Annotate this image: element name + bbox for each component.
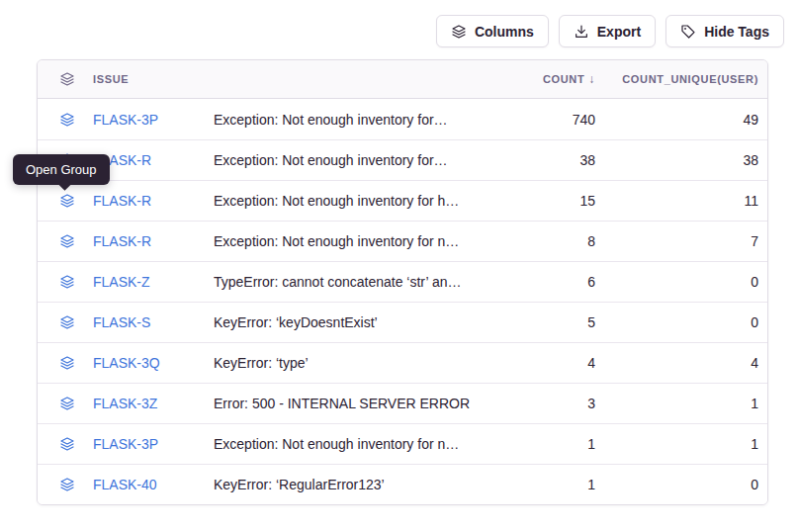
table-row[interactable]: FLASK-Z TypeError: cannot concatenate ‘s… — [38, 261, 767, 302]
issue-title: KeyError: ‘RegularError123’ — [214, 477, 510, 492]
issue-link[interactable]: FLASK-40 — [93, 477, 214, 492]
issue-link[interactable]: FLASK-S — [93, 314, 214, 330]
count-unique-value: 49 — [595, 112, 768, 128]
issue-title: Exception: Not enough inventory for… — [214, 112, 510, 128]
layers-icon[interactable] — [59, 233, 75, 249]
table-row[interactable]: FLASK-S KeyError: ‘keyDoesntExist’ 5 0 — [38, 302, 767, 342]
issue-link[interactable]: FLASK-3Q — [93, 355, 214, 371]
page: Columns Export Hide Tags ISSUE COUNT↓ CO… — [0, 0, 798, 532]
issue-link[interactable]: FLASK-R — [93, 233, 214, 249]
count-unique-value: 38 — [595, 152, 768, 168]
issue-link[interactable]: FLASK-3P — [93, 436, 214, 452]
count-value: 38 — [510, 152, 595, 168]
issue-title: KeyError: ‘keyDoesntExist’ — [214, 314, 510, 330]
issue-link[interactable]: FLASK-R — [93, 193, 214, 209]
count-value: 1 — [510, 436, 595, 452]
count-value: 8 — [510, 233, 595, 249]
count-value: 740 — [510, 112, 595, 128]
tag-icon — [680, 24, 696, 40]
count-value: 5 — [510, 314, 595, 330]
column-header-count[interactable]: COUNT↓ — [510, 72, 595, 86]
issue-title: Exception: Not enough inventory for h… — [214, 193, 510, 209]
layers-icon[interactable] — [59, 396, 75, 411]
layers-icon[interactable] — [59, 314, 75, 330]
issue-title: Exception: Not enough inventory for… — [214, 152, 510, 168]
table-row[interactable]: FLASK-40 KeyError: ‘RegularError123’ 1 0 — [38, 464, 767, 504]
tooltip-label: Open Group — [26, 162, 97, 177]
count-value: 15 — [510, 193, 595, 209]
layers-icon — [59, 71, 75, 87]
export-button-label: Export — [597, 24, 641, 40]
table-row[interactable]: FLASK-R Exception: Not enough inventory … — [38, 139, 767, 180]
count-value: 1 — [510, 477, 595, 492]
table-row[interactable]: FLASK-3Q KeyError: ‘type’ 4 4 — [38, 342, 767, 383]
layers-icon[interactable] — [59, 355, 75, 371]
count-unique-value: 4 — [595, 355, 768, 371]
issue-link[interactable]: FLASK-R — [93, 152, 214, 168]
issues-table: ISSUE COUNT↓ COUNT_UNIQUE(USER) FLASK-3P… — [37, 59, 768, 505]
table-row[interactable]: FLASK-3P Exception: Not enough inventory… — [38, 99, 767, 139]
count-unique-value: 0 — [595, 274, 768, 290]
count-value: 4 — [510, 355, 595, 371]
hide-tags-button[interactable]: Hide Tags — [665, 15, 784, 47]
issue-title: Exception: Not enough inventory for n… — [214, 233, 510, 249]
export-button[interactable]: Export — [559, 15, 656, 47]
layers-icon — [451, 24, 467, 40]
issue-title: Error: 500 - INTERNAL SERVER ERROR — [214, 396, 510, 411]
column-header-issue[interactable]: ISSUE — [93, 73, 214, 85]
count-value: 6 — [510, 274, 595, 290]
count-unique-value: 1 — [595, 436, 768, 452]
count-unique-value: 0 — [595, 477, 768, 492]
export-icon — [574, 24, 589, 40]
table-header: ISSUE COUNT↓ COUNT_UNIQUE(USER) — [38, 60, 767, 99]
count-unique-value: 7 — [595, 233, 768, 249]
issue-title: KeyError: ‘type’ — [214, 355, 510, 371]
issue-title: Exception: Not enough inventory for n… — [214, 436, 510, 452]
count-unique-value: 0 — [595, 314, 768, 330]
count-value: 3 — [510, 396, 595, 411]
issue-link[interactable]: FLASK-3P — [93, 112, 214, 128]
layers-icon[interactable] — [59, 477, 75, 492]
count-unique-value: 1 — [595, 396, 768, 411]
table-row[interactable]: FLASK-R Exception: Not enough inventory … — [38, 221, 767, 261]
columns-button[interactable]: Columns — [436, 15, 549, 47]
issue-link[interactable]: FLASK-Z — [93, 274, 214, 290]
issue-title: TypeError: cannot concatenate ‘str’ an… — [214, 274, 510, 290]
issue-link[interactable]: FLASK-3Z — [93, 396, 214, 411]
layers-icon[interactable] — [59, 274, 75, 290]
count-header-label: COUNT — [543, 73, 584, 85]
hide-tags-button-label: Hide Tags — [704, 24, 769, 40]
table-row[interactable]: FLASK-3Z Error: 500 - INTERNAL SERVER ER… — [38, 383, 767, 423]
table-row[interactable]: FLASK-R Exception: Not enough inventory … — [38, 180, 767, 221]
layers-icon[interactable] — [59, 112, 75, 128]
open-group-tooltip: Open Group — [13, 154, 110, 185]
count-unique-value: 11 — [595, 193, 768, 209]
table-row[interactable]: FLASK-3P Exception: Not enough inventory… — [38, 423, 767, 464]
layers-icon[interactable] — [59, 193, 75, 209]
sort-desc-icon[interactable]: ↓ — [588, 72, 595, 86]
toolbar: Columns Export Hide Tags — [436, 15, 784, 47]
columns-button-label: Columns — [475, 24, 534, 40]
column-header-count-unique[interactable]: COUNT_UNIQUE(USER) — [595, 73, 768, 85]
layers-icon[interactable] — [59, 436, 75, 452]
